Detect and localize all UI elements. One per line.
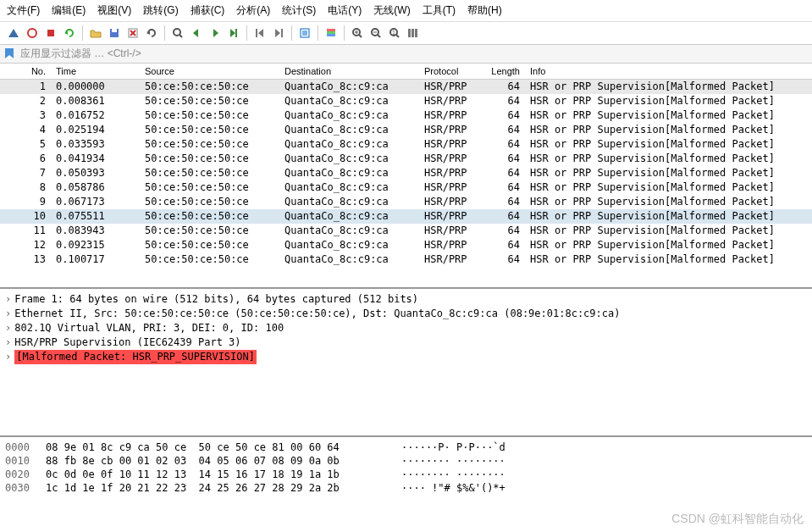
packet-row[interactable]: 50.03359350:ce:50:ce:50:ceQuantaCo_8c:c9… <box>0 137 812 152</box>
packet-bytes-pane[interactable]: 000008 9e 01 8c c9 ca 50 ce 50 ce 50 ce … <box>0 437 812 498</box>
cell-destination: QuantaCo_8c:c9:ca <box>279 94 419 108</box>
hex-row[interactable]: 000008 9e 01 8c c9 ca 50 ce 50 ce 50 ce … <box>5 441 807 454</box>
hex-row[interactable]: 00301c 1d 1e 1f 20 21 22 23 24 25 26 27 … <box>5 481 807 495</box>
hex-bytes: 88 fb 8e cb 00 01 02 03 04 05 06 07 08 0… <box>46 454 401 468</box>
menu-item[interactable]: 电话(Y) <box>328 3 362 18</box>
restart-icon[interactable] <box>61 25 78 42</box>
packet-row[interactable]: 60.04193450:ce:50:ce:50:ceQuantaCo_8c:c9… <box>0 152 812 166</box>
save-icon[interactable] <box>106 25 123 42</box>
bookmark-icon[interactable] <box>3 47 17 61</box>
cell-no: 10 <box>0 209 51 224</box>
prev-icon[interactable] <box>188 25 205 42</box>
hex-ascii: ········ ········ <box>401 468 505 481</box>
zoom-out-icon[interactable] <box>367 25 384 42</box>
packet-row[interactable]: 110.08394350:ce:50:ce:50:ceQuantaCo_8c:c… <box>0 224 812 238</box>
zoom-in-icon[interactable] <box>349 25 366 42</box>
cell-no: 11 <box>0 224 51 238</box>
first-icon[interactable] <box>251 25 268 42</box>
auto-scroll-icon[interactable] <box>296 25 313 42</box>
menu-item[interactable]: 工具(T) <box>423 3 456 18</box>
menu-item[interactable]: 无线(W) <box>373 3 410 18</box>
packet-details-pane[interactable]: ›Frame 1: 64 bytes on wire (512 bits), 6… <box>0 289 812 437</box>
hex-offset: 0010 <box>5 454 46 468</box>
cell-info: HSR or PRP Supervision[Malformed Packet] <box>525 137 812 152</box>
cell-info: HSR or PRP Supervision[Malformed Packet] <box>525 123 812 137</box>
packet-row[interactable]: 100.07551150:ce:50:ce:50:ceQuantaCo_8c:c… <box>0 209 812 224</box>
packet-row[interactable]: 80.05878650:ce:50:ce:50:ceQuantaCo_8c:c9… <box>0 180 812 195</box>
cell-source: 50:ce:50:ce:50:ce <box>140 166 279 180</box>
hex-ascii: ········ ········ <box>401 454 505 468</box>
expander-icon[interactable]: › <box>5 336 11 348</box>
menu-item[interactable]: 分析(A) <box>236 3 270 18</box>
stop-icon[interactable] <box>42 25 59 42</box>
col-source[interactable]: Source <box>140 66 279 76</box>
expander-icon[interactable]: › <box>5 351 11 363</box>
reload-icon[interactable] <box>143 25 160 42</box>
col-info[interactable]: Info <box>525 66 812 76</box>
cell-length: 64 <box>478 108 525 123</box>
cell-info: HSR or PRP Supervision[Malformed Packet] <box>525 80 812 94</box>
cell-info: HSR or PRP Supervision[Malformed Packet] <box>525 224 812 238</box>
packet-row[interactable]: 10.00000050:ce:50:ce:50:ceQuantaCo_8c:c9… <box>0 80 812 94</box>
packet-row[interactable]: 30.01675250:ce:50:ce:50:ceQuantaCo_8c:c9… <box>0 108 812 123</box>
cell-info: HSR or PRP Supervision[Malformed Packet] <box>525 166 812 180</box>
cell-no: 9 <box>0 195 51 209</box>
detail-tree-item[interactable]: ›Frame 1: 64 bytes on wire (512 bits), 6… <box>5 292 807 307</box>
svg-line-31 <box>378 35 380 37</box>
cell-protocol: HSR/PRP <box>419 152 478 166</box>
zoom-reset-icon[interactable]: 1 <box>386 25 403 42</box>
last-icon[interactable] <box>270 25 287 42</box>
next-icon[interactable] <box>207 25 224 42</box>
menu-item[interactable]: 帮助(H) <box>467 3 502 18</box>
filter-placeholder: 应用显示过滤器 … <Ctrl-/> <box>20 47 141 61</box>
cell-protocol: HSR/PRP <box>419 137 478 152</box>
menu-item[interactable]: 捕获(C) <box>191 3 225 18</box>
menu-item[interactable]: 文件(F) <box>7 3 40 18</box>
packet-row[interactable]: 70.05039350:ce:50:ce:50:ceQuantaCo_8c:c9… <box>0 166 812 180</box>
packet-row[interactable]: 130.10071750:ce:50:ce:50:ceQuantaCo_8c:c… <box>0 252 812 267</box>
shark-fin-icon[interactable] <box>5 25 22 42</box>
goto-icon[interactable] <box>225 25 242 42</box>
col-destination[interactable]: Destination <box>279 66 419 76</box>
svg-line-34 <box>396 35 399 37</box>
menu-item[interactable]: 编辑(E) <box>52 3 86 18</box>
resize-cols-icon[interactable] <box>405 25 422 42</box>
expander-icon[interactable]: › <box>5 293 11 305</box>
cell-protocol: HSR/PRP <box>419 108 478 123</box>
cell-destination: QuantaCo_8c:c9:ca <box>279 152 419 166</box>
packet-list[interactable]: 10.00000050:ce:50:ce:50:ceQuantaCo_8c:c9… <box>0 80 812 289</box>
find-icon[interactable] <box>169 25 186 42</box>
col-protocol[interactable]: Protocol <box>419 66 478 76</box>
display-filter-bar[interactable]: 应用显示过滤器 … <Ctrl-/> <box>0 45 812 64</box>
close-file-icon[interactable] <box>124 25 141 42</box>
hex-row[interactable]: 00200c 0d 0e 0f 10 11 12 13 14 15 16 17 … <box>5 468 807 481</box>
detail-tree-item[interactable]: ›Ethernet II, Src: 50:ce:50:ce:50:ce (50… <box>5 307 807 321</box>
packet-row[interactable]: 20.00836150:ce:50:ce:50:ceQuantaCo_8c:c9… <box>0 94 812 108</box>
cell-time: 0.067173 <box>51 195 140 209</box>
expander-icon[interactable]: › <box>5 308 11 319</box>
col-time[interactable]: Time <box>51 66 140 76</box>
menu-item[interactable]: 统计(S) <box>282 3 316 18</box>
col-length[interactable]: Length <box>478 66 525 76</box>
col-no[interactable]: No. <box>0 66 51 76</box>
cell-length: 64 <box>478 195 525 209</box>
cell-source: 50:ce:50:ce:50:ce <box>140 94 279 108</box>
circle-icon[interactable] <box>24 25 41 42</box>
cell-length: 64 <box>478 94 525 108</box>
menu-item[interactable]: 跳转(G) <box>143 3 178 18</box>
detail-tree-item-malformed[interactable]: ›[Malformed Packet: HSR_PRP_SUPERVISION] <box>5 350 807 364</box>
cell-info: HSR or PRP Supervision[Malformed Packet] <box>525 152 812 166</box>
detail-tree-item[interactable]: ›802.1Q Virtual VLAN, PRI: 3, DEI: 0, ID… <box>5 321 807 335</box>
packet-row[interactable]: 90.06717350:ce:50:ce:50:ceQuantaCo_8c:c9… <box>0 195 812 209</box>
colorize-icon[interactable] <box>323 25 340 42</box>
cell-length: 64 <box>478 80 525 94</box>
packet-row[interactable]: 40.02519450:ce:50:ce:50:ceQuantaCo_8c:c9… <box>0 123 812 137</box>
cell-source: 50:ce:50:ce:50:ce <box>140 195 279 209</box>
hex-row[interactable]: 001088 fb 8e cb 00 01 02 03 04 05 06 07 … <box>5 454 807 468</box>
detail-tree-item[interactable]: ›HSR/PRP Supervision (IEC62439 Part 3) <box>5 335 807 350</box>
packet-row[interactable]: 120.09231550:ce:50:ce:50:ceQuantaCo_8c:c… <box>0 238 812 252</box>
menu-item[interactable]: 视图(V) <box>97 3 131 18</box>
folder-icon[interactable] <box>87 25 104 42</box>
expander-icon[interactable]: › <box>5 322 11 334</box>
svg-rect-24 <box>327 31 335 34</box>
